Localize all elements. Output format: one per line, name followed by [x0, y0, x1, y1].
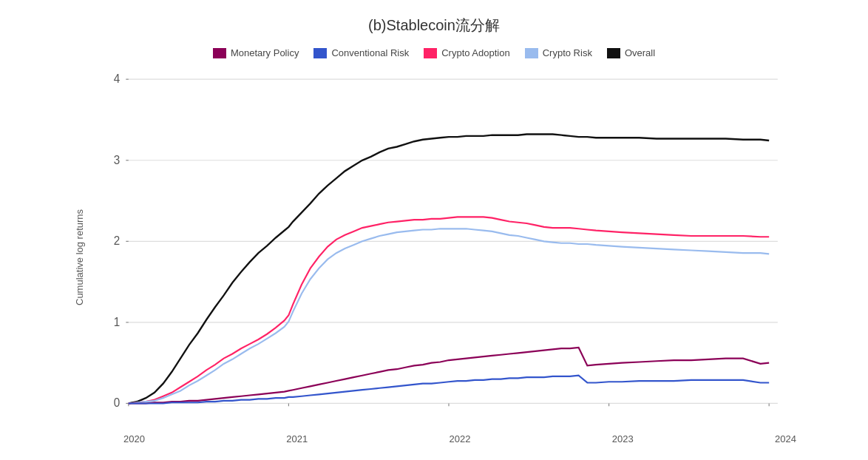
legend-color-conventional-risk — [313, 48, 327, 58]
line-conventional-risk — [129, 376, 769, 404]
legend-label-crypto-adoption: Crypto Adoption — [441, 47, 510, 58]
legend: Monetary Policy Conventional Risk Crypto… — [213, 47, 655, 58]
svg-text:0: 0 — [114, 396, 121, 409]
legend-label-monetary-policy: Monetary Policy — [231, 47, 299, 58]
legend-monetary-policy: Monetary Policy — [213, 47, 299, 58]
x-label-2022: 2022 — [450, 433, 471, 444]
y-axis-label: Cumulative log returns — [64, 70, 94, 444]
x-label-2023: 2023 — [612, 433, 634, 444]
chart-container: (b)Stablecoin流分解 Monetary Policy Convent… — [64, 16, 804, 444]
legend-color-crypto-adoption — [424, 48, 437, 58]
legend-crypto-risk: Crypto Risk — [525, 47, 592, 58]
legend-label-conventional-risk: Conventional Risk — [331, 47, 409, 58]
chart-area: Cumulative log returns 0 — [64, 70, 804, 444]
x-label-2020: 2020 — [123, 433, 145, 444]
svg-text:4: 4 — [114, 72, 121, 85]
line-crypto-adoption — [129, 217, 769, 403]
line-crypto-risk — [129, 229, 769, 403]
x-label-2024: 2024 — [775, 433, 796, 444]
legend-color-crypto-risk — [525, 48, 538, 58]
svg-text:1: 1 — [114, 315, 120, 328]
legend-label-overall: Overall — [625, 47, 655, 58]
x-axis-labels: 2020 2021 2022 2023 2024 — [94, 430, 804, 444]
svg-text:3: 3 — [114, 153, 120, 166]
plot-area: 0 1 2 3 4 — [94, 70, 804, 444]
chart-title: (b)Stablecoin流分解 — [368, 16, 500, 35]
legend-label-crypto-risk: Crypto Risk — [543, 47, 592, 58]
legend-overall: Overall — [607, 47, 655, 58]
legend-crypto-adoption: Crypto Adoption — [424, 47, 510, 58]
line-monetary-policy — [129, 348, 769, 403]
x-label-2021: 2021 — [286, 433, 308, 444]
svg-text:2: 2 — [114, 234, 120, 247]
legend-conventional-risk: Conventional Risk — [313, 47, 409, 58]
chart-svg: 0 1 2 3 4 — [94, 70, 804, 430]
legend-color-overall — [607, 48, 620, 58]
legend-color-monetary-policy — [213, 48, 226, 58]
